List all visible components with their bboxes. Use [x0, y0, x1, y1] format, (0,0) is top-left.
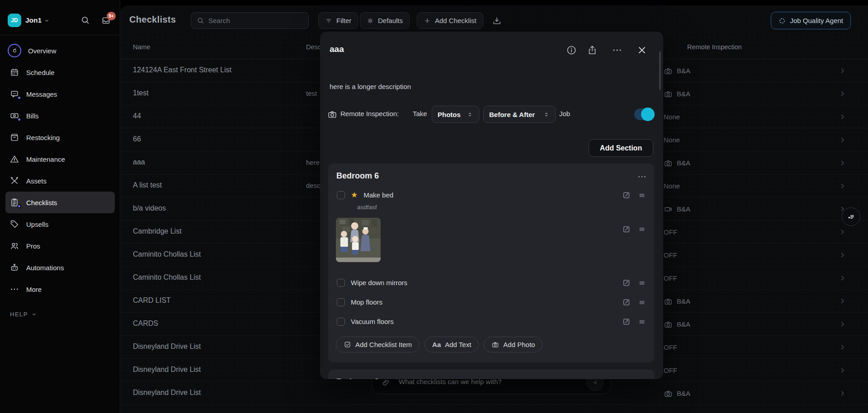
edit-icon[interactable]	[622, 191, 631, 199]
section-card-bedroom-2: Bedroom 2	[328, 370, 654, 379]
photo-item-row[interactable]	[328, 218, 654, 262]
more-options-icon[interactable]	[612, 45, 623, 56]
sidebar-item-label: Restocking	[26, 134, 60, 141]
sidebar-item-maintenance[interactable]: Maintenance	[5, 148, 115, 170]
search-input[interactable]	[208, 17, 303, 24]
camera-icon	[664, 89, 673, 99]
drag-handle-icon[interactable]	[638, 298, 646, 306]
sidebar-item-automations[interactable]: Automations	[5, 257, 115, 278]
sidebar-item-more[interactable]: More	[5, 278, 115, 300]
agenda-floating-button[interactable]	[842, 207, 860, 226]
chevron-right-icon[interactable]	[838, 136, 847, 144]
item-checkbox[interactable]	[337, 279, 345, 287]
robot-icon	[9, 263, 19, 272]
checklist-detail-modal: aaa here is a longer description Remote …	[320, 32, 663, 379]
checklist-item-row[interactable]: Mop floors	[328, 292, 654, 312]
row-remote-inspection: OFF	[664, 359, 677, 382]
text-icon: Aa	[432, 341, 441, 348]
chevron-right-icon[interactable]	[838, 343, 847, 352]
drag-handle-icon[interactable]	[638, 318, 646, 326]
edit-icon[interactable]	[622, 278, 631, 287]
add-photo-button[interactable]: Add Photo	[484, 337, 542, 352]
chevron-right-icon[interactable]	[838, 251, 847, 259]
section-footer: Add Checklist Item Aa Add Text Add Photo	[328, 337, 654, 352]
sidebar-item-restocking[interactable]: Restocking	[5, 127, 115, 148]
item-checkbox[interactable]	[337, 191, 345, 199]
user-name[interactable]: Jon1	[25, 16, 42, 24]
row-name: 66	[133, 135, 141, 143]
before-after-dropdown[interactable]: Before & After	[483, 106, 556, 123]
chevron-right-icon[interactable]	[838, 113, 847, 121]
share-icon[interactable]	[587, 45, 598, 56]
row-remote-inspection: B&A	[664, 59, 690, 82]
photos-dropdown[interactable]: Photos	[432, 106, 479, 123]
edit-icon[interactable]	[622, 225, 631, 234]
chevron-right-icon[interactable]	[838, 274, 847, 282]
checklist-item-row[interactable]: Wipe down mirrors	[328, 273, 654, 292]
chevron-right-icon[interactable]	[838, 66, 847, 75]
row-inspection-value: B&A	[677, 320, 690, 328]
job-quality-agent-button[interactable]: Job Quality Agent	[771, 12, 851, 29]
row-remote-inspection: OFF	[664, 221, 677, 244]
sidebar-item-checklists[interactable]: Checklists	[5, 192, 115, 213]
sidebar-item-messages[interactable]: Messages	[5, 83, 115, 105]
sidebar-item-pros[interactable]: Pros	[5, 235, 115, 257]
sidebar-item-schedule[interactable]: Schedule	[5, 61, 115, 83]
download-icon[interactable]	[492, 16, 502, 26]
chevron-right-icon[interactable]	[838, 228, 847, 236]
sidebar-item-bills[interactable]: Bills	[5, 105, 115, 127]
add-checklist-button[interactable]: Add Checklist	[417, 12, 483, 29]
sidebar-item-help[interactable]: HELP	[10, 311, 37, 318]
row-remote-inspection: None	[664, 174, 680, 197]
row-inspection-value: None	[664, 113, 680, 121]
chevron-right-icon[interactable]	[838, 320, 847, 329]
add-text-button[interactable]: Aa Add Text	[425, 337, 479, 352]
drag-handle-icon[interactable]	[638, 279, 646, 287]
chevron-right-icon[interactable]	[838, 366, 847, 375]
search-icon[interactable]	[80, 15, 90, 25]
item-checkbox[interactable]	[337, 298, 345, 306]
chevron-down-icon[interactable]	[44, 18, 50, 23]
toggle-knob	[641, 108, 655, 121]
checklist-item-row[interactable]: ★Make bed	[328, 185, 654, 205]
add-text-label: Add Text	[445, 341, 471, 348]
close-icon[interactable]	[637, 45, 647, 56]
row-name: Disneyland Drive List	[133, 366, 201, 374]
edit-icon[interactable]	[622, 298, 631, 306]
chevron-right-icon[interactable]	[838, 389, 847, 398]
row-name: 1test	[133, 89, 149, 97]
refresh-icon	[8, 44, 21, 57]
checklist-item-row[interactable]: Vacuum floors	[328, 312, 654, 331]
item-photo[interactable]	[336, 218, 381, 262]
column-header-name: Name	[133, 43, 151, 51]
modal-scrollbar[interactable]	[659, 52, 661, 90]
chevron-right-icon[interactable]	[838, 159, 847, 167]
add-photo-label: Add Photo	[503, 341, 535, 348]
section-title: Bedroom 6	[336, 171, 379, 181]
add-section-button[interactable]: Add Section	[589, 139, 653, 157]
chevron-right-icon[interactable]	[838, 182, 847, 190]
chevron-right-icon[interactable]	[838, 89, 847, 98]
row-remote-inspection: B&A	[664, 313, 690, 336]
paperclip-icon[interactable]	[382, 378, 391, 387]
chevron-right-icon[interactable]	[838, 297, 847, 305]
camera-icon	[327, 109, 337, 119]
drag-handle-icon[interactable]	[638, 225, 646, 233]
defaults-button[interactable]: Defaults	[360, 12, 410, 29]
sidebar-item-overview[interactable]: Overview	[5, 40, 115, 61]
sidebar-item-label: Upsells	[26, 221, 48, 228]
info-icon[interactable]	[566, 45, 577, 56]
edit-icon[interactable]	[622, 317, 631, 326]
sidebar-item-label: Bills	[26, 112, 39, 120]
section-card-bedroom-6: Bedroom 6 ★Make bedasdfasfWipe down mirr…	[328, 164, 654, 362]
filter-button[interactable]: Filter	[318, 12, 358, 29]
drag-handle-icon[interactable]	[638, 191, 646, 199]
add-checklist-item-button[interactable]: Add Checklist Item	[336, 337, 420, 352]
section-header: Bedroom 6	[328, 164, 654, 185]
item-checkbox[interactable]	[337, 318, 345, 326]
remote-inspection-toggle[interactable]	[634, 108, 653, 120]
sidebar-item-assets[interactable]: Assets	[5, 170, 115, 192]
avatar[interactable]: JD	[8, 14, 21, 27]
section-options-icon[interactable]	[637, 172, 647, 182]
sidebar-item-upsells[interactable]: Upsells	[5, 213, 115, 235]
